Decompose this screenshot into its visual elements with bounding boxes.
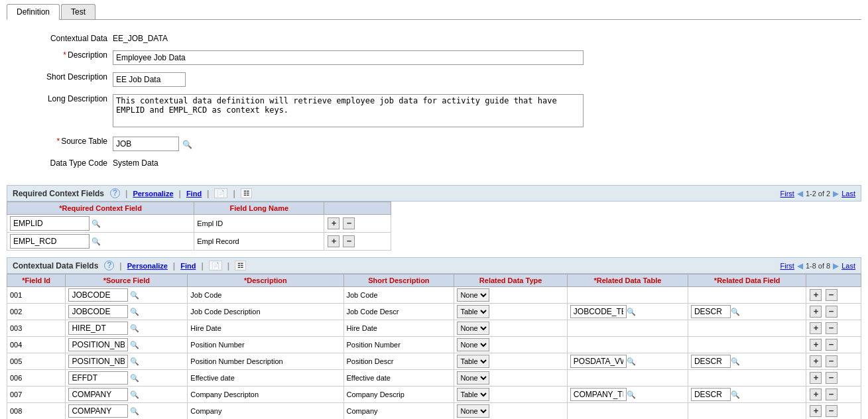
action-cell: + − bbox=[806, 403, 861, 420]
required-context-find[interactable]: Find bbox=[186, 190, 202, 198]
source-field-input[interactable] bbox=[68, 305, 128, 318]
data-fields-view-icon[interactable]: 📄 bbox=[209, 261, 222, 270]
source-field-input[interactable] bbox=[68, 355, 128, 368]
required-context-next-arrow[interactable]: ▶ bbox=[833, 189, 839, 198]
related-data-type-select[interactable]: None Table bbox=[457, 288, 489, 302]
required-context-last[interactable]: Last bbox=[841, 190, 855, 198]
field-id-cell: 001 bbox=[7, 287, 66, 304]
context-field-search-icon[interactable]: 🔍 bbox=[92, 237, 101, 245]
source-field-input[interactable] bbox=[68, 338, 128, 351]
related-data-type-select[interactable]: None Table bbox=[457, 404, 489, 418]
remove-row-button[interactable]: − bbox=[826, 289, 837, 301]
required-context-personalize[interactable]: Personalize bbox=[133, 190, 173, 198]
tab-definition[interactable]: Definition bbox=[7, 4, 60, 20]
related-data-type-select[interactable]: None Table bbox=[457, 322, 489, 335]
source-field-search-icon[interactable]: 🔍 bbox=[130, 374, 139, 382]
remove-row-button[interactable]: − bbox=[826, 405, 837, 417]
source-table-search-icon[interactable] bbox=[182, 140, 192, 149]
related-data-table-input[interactable] bbox=[570, 355, 627, 368]
source-table-input[interactable] bbox=[113, 137, 179, 151]
required-context-first[interactable]: First bbox=[780, 190, 794, 198]
data-fields-grid-icon[interactable]: ☷ bbox=[235, 261, 246, 270]
tab-test[interactable]: Test bbox=[61, 4, 95, 19]
related-data-type-select[interactable]: None Table bbox=[457, 338, 489, 351]
related-data-table-input[interactable] bbox=[570, 305, 627, 318]
source-field-input[interactable] bbox=[68, 404, 128, 418]
data-fields-next-arrow[interactable]: ▶ bbox=[833, 261, 839, 270]
related-field-search-icon[interactable]: 🔍 bbox=[731, 308, 740, 316]
add-row-button[interactable]: + bbox=[810, 389, 822, 400]
required-context-section: Required Context Fields ? | Personalize … bbox=[7, 185, 861, 251]
add-row-button[interactable]: + bbox=[328, 235, 340, 247]
source-field-search-icon[interactable]: 🔍 bbox=[130, 308, 139, 316]
data-fields-find[interactable]: Find bbox=[180, 262, 196, 270]
required-context-prev-arrow[interactable]: ◀ bbox=[797, 189, 803, 198]
related-data-field-input[interactable] bbox=[691, 305, 731, 318]
add-row-button[interactable]: + bbox=[328, 217, 340, 229]
description-cell: Effective date bbox=[188, 370, 343, 387]
remove-row-button[interactable]: − bbox=[826, 306, 837, 318]
related-field-search-icon[interactable]: 🔍 bbox=[731, 390, 740, 398]
data-fields-personalize[interactable]: Personalize bbox=[127, 262, 168, 270]
data-fields-section: Contextual Data Fields ? | Personalize |… bbox=[7, 257, 861, 419]
related-data-table-input[interactable] bbox=[570, 388, 627, 401]
related-data-type-select[interactable]: None Table bbox=[457, 355, 489, 368]
description-input[interactable] bbox=[113, 50, 584, 65]
remove-row-button[interactable]: − bbox=[826, 322, 837, 334]
source-field-input[interactable] bbox=[68, 322, 128, 335]
related-field-search-icon[interactable]: 🔍 bbox=[731, 357, 740, 365]
table-row: 🔍 Empl ID + − bbox=[7, 215, 391, 233]
source-field-search-icon[interactable]: 🔍 bbox=[130, 324, 139, 332]
related-data-table-cell bbox=[567, 320, 688, 337]
short-desc-cell: Hire Date bbox=[343, 320, 454, 337]
add-row-button[interactable]: + bbox=[810, 355, 822, 367]
data-fields-help-icon[interactable]: ? bbox=[104, 261, 114, 270]
remove-row-button[interactable]: − bbox=[826, 372, 837, 384]
source-field-input[interactable] bbox=[68, 288, 128, 302]
remove-row-button[interactable]: − bbox=[343, 217, 355, 229]
required-context-view-icon[interactable]: 📄 bbox=[214, 188, 227, 198]
source-field-search-icon[interactable]: 🔍 bbox=[130, 390, 139, 398]
source-field-search-icon[interactable]: 🔍 bbox=[130, 407, 139, 415]
data-fields-first[interactable]: First bbox=[780, 262, 794, 270]
table-row: 007 🔍 Company Descripton Company Descrip… bbox=[7, 387, 861, 403]
related-data-type-select[interactable]: None Table bbox=[457, 388, 489, 401]
related-data-field-input[interactable] bbox=[691, 355, 731, 368]
related-data-type-select[interactable]: None Table bbox=[457, 305, 489, 318]
required-context-grid-icon[interactable]: ☷ bbox=[241, 188, 252, 198]
add-row-button[interactable]: + bbox=[810, 306, 822, 318]
related-data-type-select[interactable]: None Table bbox=[457, 371, 489, 385]
related-data-field-input[interactable] bbox=[691, 388, 731, 401]
source-field-search-icon[interactable]: 🔍 bbox=[130, 291, 139, 299]
remove-row-button[interactable]: − bbox=[826, 355, 837, 367]
related-table-search-icon[interactable]: 🔍 bbox=[627, 390, 636, 398]
remove-row-button[interactable]: − bbox=[826, 389, 837, 400]
source-table-label: Source Table bbox=[20, 135, 113, 146]
related-data-type-cell: None Table bbox=[454, 304, 567, 320]
context-field-input[interactable] bbox=[10, 216, 90, 231]
add-row-button[interactable]: + bbox=[810, 289, 822, 301]
add-row-button[interactable]: + bbox=[810, 322, 822, 334]
source-field-input[interactable] bbox=[68, 371, 128, 385]
source-field-search-icon[interactable]: 🔍 bbox=[130, 357, 139, 365]
required-context-help-icon[interactable]: ? bbox=[110, 188, 120, 198]
add-row-button[interactable]: + bbox=[810, 405, 822, 417]
add-row-button[interactable]: + bbox=[810, 372, 822, 384]
data-fields-last[interactable]: Last bbox=[841, 262, 855, 270]
add-row-button[interactable]: + bbox=[810, 339, 822, 351]
long-desc-input[interactable]: This contextual data definition will ret… bbox=[113, 94, 584, 127]
source-field-search-icon[interactable]: 🔍 bbox=[130, 341, 139, 349]
description-cell: Company Descripton bbox=[188, 387, 343, 403]
related-data-type-cell: None Table bbox=[454, 320, 567, 337]
data-fields-prev-arrow[interactable]: ◀ bbox=[797, 261, 803, 270]
description-label: Description bbox=[20, 48, 113, 60]
context-field-search-icon[interactable]: 🔍 bbox=[92, 219, 101, 227]
remove-row-button[interactable]: − bbox=[826, 339, 837, 351]
related-table-search-icon[interactable]: 🔍 bbox=[627, 357, 636, 365]
remove-row-button[interactable]: − bbox=[343, 235, 355, 247]
source-field-input[interactable] bbox=[68, 388, 128, 401]
context-field-input[interactable] bbox=[10, 234, 90, 249]
short-desc-input[interactable] bbox=[113, 72, 186, 87]
related-table-search-icon[interactable]: 🔍 bbox=[627, 308, 636, 316]
required-context-page-info: 1-2 of 2 bbox=[806, 190, 830, 198]
